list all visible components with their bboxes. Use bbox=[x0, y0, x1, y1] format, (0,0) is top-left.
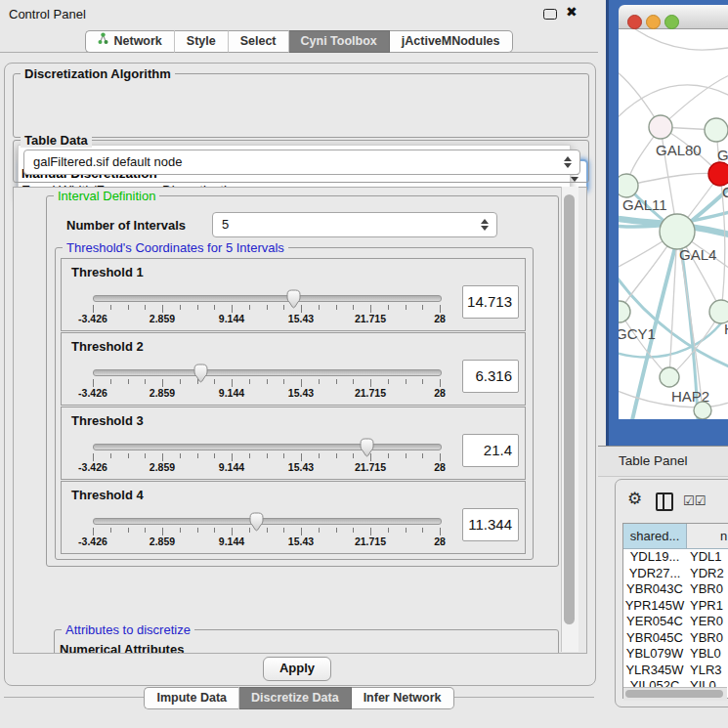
settings-scrollbar-thumb[interactable] bbox=[564, 194, 575, 624]
tab-select[interactable]: Select bbox=[229, 30, 289, 53]
table-row-shared-name[interactable]: YBR045C bbox=[623, 630, 686, 645]
control-panel-title: Control Panel bbox=[9, 7, 86, 21]
slider-tick-mark bbox=[128, 379, 129, 384]
table-row-shared-name[interactable]: YER054C bbox=[623, 614, 686, 628]
slider-tick-mark bbox=[232, 305, 233, 313]
slider-tick-label: 28 bbox=[415, 461, 464, 473]
table-row-shared-name[interactable]: YLR345W bbox=[623, 663, 686, 677]
table-row-name[interactable]: YDL1 bbox=[690, 549, 722, 564]
float-window-icon[interactable] bbox=[543, 9, 557, 20]
table-row-name[interactable]: YLR3 bbox=[690, 663, 722, 677]
close-icon[interactable]: ✖ bbox=[566, 4, 578, 20]
tab-cyni-toolbox[interactable]: Cyni Toolbox bbox=[289, 30, 390, 53]
threshold-slider-track[interactable] bbox=[93, 369, 442, 376]
slider-tick-mark bbox=[283, 379, 284, 384]
slider-tick-mark bbox=[180, 379, 181, 384]
bottom-tab-impute-data[interactable]: Impute Data bbox=[144, 687, 239, 709]
number-of-intervals-combobox[interactable]: 5 bbox=[212, 212, 497, 237]
network-window-titlebar[interactable] bbox=[619, 5, 728, 29]
slider-tick-label: 15.43 bbox=[277, 313, 325, 324]
slider-tick-mark bbox=[232, 379, 233, 387]
slider-tick-mark bbox=[336, 305, 337, 310]
tab-jactivemnodules[interactable]: jActiveMNodules bbox=[390, 30, 513, 53]
column-header-shared[interactable]: shared... bbox=[623, 524, 687, 549]
slider-tick-mark bbox=[145, 379, 146, 384]
tab-label: Select bbox=[240, 31, 277, 52]
threshold-slider-thumb[interactable] bbox=[193, 363, 209, 384]
minimize-traffic-light[interactable] bbox=[646, 15, 661, 29]
table-horizontal-scrollbar[interactable] bbox=[623, 687, 727, 701]
network-node-gcy1[interactable] bbox=[619, 301, 630, 322]
table-data-combobox[interactable]: galFiltered.sif default node bbox=[23, 150, 580, 175]
network-canvas[interactable]: GAL80G.CGAL11GAL4GCY1HHAP2 bbox=[619, 29, 728, 419]
tab-label: Style bbox=[187, 31, 216, 52]
network-node-gal80[interactable] bbox=[649, 115, 672, 139]
network-node-hap2[interactable] bbox=[660, 367, 679, 387]
slider-tick-mark bbox=[162, 379, 163, 387]
slider-tick-mark bbox=[232, 528, 233, 535]
slider-tick-label: -3.426 bbox=[68, 387, 117, 399]
network-node-gal11[interactable] bbox=[619, 174, 638, 197]
threshold-value-field[interactable]: 21.4 bbox=[462, 434, 519, 467]
network-node-gal4[interactable] bbox=[660, 214, 695, 249]
table-row-name[interactable]: YBL0 bbox=[690, 646, 721, 661]
thresholds-group: Threshold's Coordinates for 5 Intervals … bbox=[55, 247, 534, 560]
split-column-icon[interactable] bbox=[656, 492, 673, 511]
threshold-slider-track[interactable] bbox=[93, 295, 442, 302]
table-row-shared-name[interactable]: YPR145W bbox=[623, 598, 686, 613]
threshold-value-field[interactable]: 11.344 bbox=[462, 508, 519, 541]
table-row-shared-name[interactable]: YBL079W bbox=[623, 646, 686, 661]
slider-tick-mark bbox=[319, 453, 320, 458]
apply-button[interactable]: Apply bbox=[263, 657, 331, 681]
thresholds-group-title: Threshold's Coordinates for 5 Intervals bbox=[63, 240, 288, 255]
slider-tick-mark bbox=[93, 379, 94, 387]
table-data-title: Table Data bbox=[21, 133, 92, 148]
slider-tick-mark bbox=[440, 453, 441, 461]
zoom-traffic-light[interactable] bbox=[664, 15, 679, 29]
slider-tick-mark bbox=[406, 379, 407, 384]
settings-vertical-scrollbar[interactable] bbox=[561, 187, 578, 652]
table-row-shared-name[interactable]: YDL19... bbox=[623, 549, 686, 564]
threshold-slider-thumb[interactable] bbox=[285, 288, 302, 310]
threshold-slider-track[interactable] bbox=[93, 518, 442, 525]
number-of-intervals-value: 5 bbox=[222, 213, 229, 236]
table-scrollbar-thumb[interactable] bbox=[625, 690, 723, 698]
threshold-value-field[interactable]: 6.316 bbox=[462, 360, 519, 393]
table-row-name[interactable]: YPR1 bbox=[690, 598, 723, 613]
bottom-tab-discretize-data[interactable]: Discretize Data bbox=[239, 687, 352, 709]
slider-tick-mark bbox=[162, 305, 163, 313]
slider-tick-label: 2.859 bbox=[138, 313, 187, 324]
slider-tick-mark bbox=[180, 305, 181, 310]
network-node[interactable] bbox=[694, 402, 711, 419]
table-row-name[interactable]: YBR0 bbox=[690, 630, 723, 645]
gear-icon[interactable]: ⚙ bbox=[627, 489, 642, 509]
bottom-tab-infer-network[interactable]: Infer Network bbox=[352, 687, 454, 709]
threshold-slider-thumb[interactable] bbox=[248, 511, 265, 533]
table-row-shared-name[interactable]: YBR043C bbox=[623, 581, 686, 596]
slider-tick-label: 2.859 bbox=[138, 461, 187, 473]
network-node-c[interactable] bbox=[708, 162, 728, 186]
slider-tick-mark bbox=[336, 528, 337, 533]
table-row-name[interactable]: YBR0 bbox=[690, 581, 723, 596]
close-traffic-light[interactable] bbox=[627, 15, 642, 29]
slider-tick-mark bbox=[301, 528, 302, 535]
slider-tick-mark bbox=[197, 528, 198, 533]
network-node-g[interactable] bbox=[705, 118, 728, 142]
table-row-name[interactable]: YER0 bbox=[690, 614, 723, 628]
slider-tick-mark bbox=[214, 305, 215, 310]
column-header-name[interactable]: n bbox=[687, 524, 728, 549]
slider-tick-mark bbox=[214, 453, 215, 458]
table-row-name[interactable]: YDR2 bbox=[690, 566, 724, 580]
checkbox-columns-icon[interactable]: ☑☑ bbox=[683, 493, 706, 508]
table-row-shared-name[interactable]: YDR27... bbox=[623, 566, 686, 580]
tab-network[interactable]: Network bbox=[85, 30, 174, 53]
threshold-value: 14.713 bbox=[467, 286, 512, 318]
threshold-slider-track[interactable] bbox=[93, 444, 442, 450]
slider-tick-label: 28 bbox=[415, 313, 464, 324]
threshold-value: 11.344 bbox=[468, 509, 512, 540]
tab-style[interactable]: Style bbox=[175, 30, 229, 53]
threshold-value-field[interactable]: 14.713 bbox=[462, 285, 519, 319]
slider-tick-mark bbox=[197, 453, 198, 458]
slider-tick-mark bbox=[370, 379, 371, 387]
threshold-slider-thumb[interactable] bbox=[359, 437, 375, 458]
